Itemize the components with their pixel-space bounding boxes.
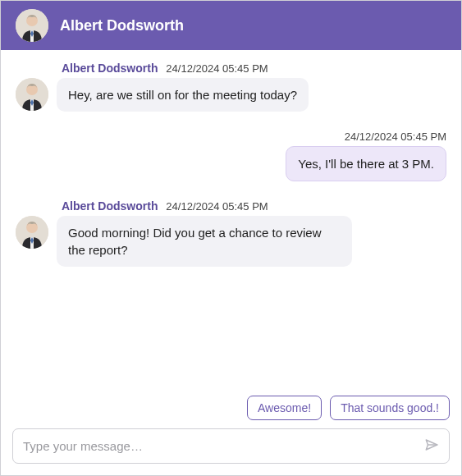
send-button[interactable]	[419, 434, 444, 459]
message-bubble: Good morning! Did you get a chance to re…	[57, 216, 352, 267]
message-meta: Albert Dodsworth 24/12/2024 05:45 PM	[62, 199, 446, 213]
message-timestamp: 24/12/2024 05:45 PM	[345, 130, 446, 143]
send-icon	[424, 437, 439, 455]
quick-reply-row: Awesome! That sounds good.!	[12, 396, 450, 420]
message-sender: Albert Dodsworth	[62, 199, 158, 213]
quick-reply-button[interactable]: Awesome!	[247, 396, 322, 420]
composer	[12, 428, 450, 464]
contact-avatar	[16, 9, 48, 42]
message-avatar	[16, 78, 48, 111]
message-incoming: Albert Dodsworth 24/12/2024 05:45 PM Hey…	[16, 62, 446, 112]
composer-area: Awesome! That sounds good.!	[1, 387, 461, 475]
message-outgoing: 24/12/2024 05:45 PM Yes, I'll be there a…	[16, 130, 446, 181]
message-timestamp: 24/12/2024 05:45 PM	[166, 200, 268, 213]
chat-window: Albert Dodsworth Albert Dodsworth 24/12/…	[0, 0, 462, 476]
message-list[interactable]: Albert Dodsworth 24/12/2024 05:45 PM Hey…	[1, 50, 461, 387]
message-meta: Albert Dodsworth 24/12/2024 05:45 PM	[62, 62, 446, 75]
message-meta: 24/12/2024 05:45 PM	[345, 130, 446, 143]
chat-header: Albert Dodsworth	[1, 1, 461, 50]
quick-reply-button[interactable]: That sounds good.!	[330, 396, 450, 420]
contact-name: Albert Dodsworth	[60, 17, 184, 34]
message-input[interactable]	[23, 433, 413, 460]
message-avatar	[16, 216, 48, 249]
message-sender: Albert Dodsworth	[62, 62, 158, 75]
message-incoming: Albert Dodsworth 24/12/2024 05:45 PM Goo…	[16, 199, 446, 267]
message-timestamp: 24/12/2024 05:45 PM	[166, 62, 268, 75]
message-bubble: Hey, are we still on for the meeting tod…	[57, 78, 309, 112]
message-bubble: Yes, I'll be there at 3 PM.	[286, 146, 446, 181]
